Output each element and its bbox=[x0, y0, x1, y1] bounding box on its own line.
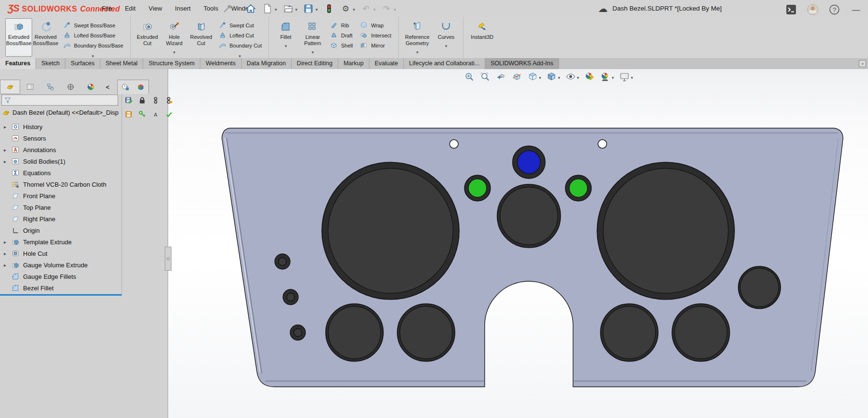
minimize-button[interactable]: — bbox=[849, 2, 863, 17]
ribbon-pin-icon[interactable]: ▪ bbox=[859, 60, 866, 67]
sync-ok-icon[interactable] bbox=[164, 109, 174, 119]
shell-button[interactable]: Shell bbox=[326, 40, 356, 50]
pin-toolbar-icon[interactable] bbox=[222, 3, 233, 14]
gauge-face[interactable] bbox=[328, 168, 453, 293]
options-button[interactable]: ⚙ bbox=[339, 2, 356, 15]
mirror-button[interactable]: Mirror bbox=[356, 40, 388, 50]
gauge-face[interactable] bbox=[603, 168, 728, 293]
view-settings-button[interactable] bbox=[617, 70, 635, 83]
revolved-boss-base-button[interactable]: Revolved Boss/Base bbox=[32, 18, 59, 57]
extruded-boss-base-button[interactable]: Extruded Boss/Base bbox=[5, 18, 32, 57]
display-style-button[interactable] bbox=[545, 70, 562, 83]
menu-file[interactable]: File bbox=[102, 5, 112, 12]
tree-item-top-plane[interactable]: Top Plane bbox=[0, 202, 122, 213]
revision-a-icon[interactable]: A bbox=[151, 109, 160, 119]
fillet-button[interactable]: Fillet bbox=[272, 18, 299, 57]
view-orientation-button[interactable] bbox=[526, 70, 543, 83]
modified-status-icon[interactable] bbox=[124, 109, 134, 119]
tree-item-equations[interactable]: ΣEquations bbox=[0, 167, 122, 179]
panel-splitter-handle[interactable] bbox=[165, 247, 171, 271]
section-view-button[interactable] bbox=[510, 70, 524, 83]
gauge-face[interactable] bbox=[603, 306, 655, 358]
tree-item-origin[interactable]: Origin bbox=[0, 225, 122, 236]
lock-status-icon[interactable] bbox=[137, 96, 147, 105]
expand-arrow-icon[interactable]: ▸ bbox=[4, 239, 11, 245]
gauge-face[interactable] bbox=[740, 268, 779, 307]
wrap-button[interactable]: Wrap bbox=[356, 20, 387, 30]
tab-data-migration[interactable]: Data Migration bbox=[242, 58, 292, 69]
help-button[interactable]: ? bbox=[827, 2, 842, 17]
tree-item-template-extrude[interactable]: ▸Template Extrude bbox=[0, 236, 122, 248]
tree-item-sensors[interactable]: Sensors bbox=[0, 132, 122, 144]
switch-hole-inner[interactable] bbox=[287, 293, 295, 301]
menu-view[interactable]: View bbox=[148, 5, 162, 12]
rib-button[interactable]: Rib bbox=[326, 20, 353, 30]
home-button[interactable] bbox=[244, 2, 257, 15]
expand-arrow-icon[interactable]: ▸ bbox=[4, 159, 11, 164]
tab-sketch[interactable]: Sketch bbox=[36, 58, 65, 69]
link-status-icon[interactable] bbox=[151, 96, 160, 105]
feature-tree-root[interactable]: Dash Bezel (Default) <<Default>_Disp bbox=[2, 108, 119, 117]
tab-features[interactable]: Features bbox=[0, 58, 36, 69]
intersect-button[interactable]: Intersect bbox=[356, 30, 394, 40]
previous-view-button[interactable] bbox=[494, 70, 508, 83]
design-history-tab[interactable] bbox=[122, 83, 130, 91]
linear-pattern-button[interactable]: Linear Pattern bbox=[299, 18, 326, 57]
gauge-face[interactable] bbox=[400, 306, 452, 358]
tree-item-solid-bodies-1[interactable]: ▸Solid Bodies(1) bbox=[0, 155, 122, 167]
dimxpertmanager-tab[interactable] bbox=[61, 80, 81, 94]
graphics-viewport[interactable] bbox=[168, 69, 868, 418]
expand-arrow-icon[interactable]: ▸ bbox=[4, 263, 11, 268]
indicator-lens[interactable] bbox=[468, 179, 487, 197]
menu-insert[interactable]: Insert bbox=[175, 5, 191, 12]
lifecycle-status-button[interactable] bbox=[322, 2, 336, 15]
save-button[interactable] bbox=[302, 2, 319, 15]
tab-sheet-metal[interactable]: Sheet Metal bbox=[100, 58, 144, 69]
curves-button[interactable]: Curves bbox=[433, 18, 460, 57]
expand-arrow-icon[interactable]: ▸ bbox=[4, 124, 11, 130]
indicator-lens[interactable] bbox=[569, 179, 587, 197]
user-avatar[interactable] bbox=[806, 2, 820, 17]
expand-arrow-icon[interactable]: ▸ bbox=[4, 147, 11, 153]
cam-tree-tab[interactable] bbox=[137, 83, 145, 91]
tree-item-annotations[interactable]: ▸AAnnotations bbox=[0, 144, 122, 155]
feature-tree-filter-input[interactable] bbox=[13, 96, 118, 105]
tree-item-right-plane[interactable]: Right Plane bbox=[0, 213, 122, 225]
edit-appearance-button[interactable] bbox=[583, 70, 597, 83]
panel-collapse-button[interactable]: < bbox=[101, 80, 114, 94]
switch-hole-inner[interactable] bbox=[279, 258, 287, 266]
tree-item-hole-cut[interactable]: ▸Hole Cut bbox=[0, 248, 122, 259]
tab-structure-system[interactable]: Structure System bbox=[143, 58, 200, 69]
menu-edit[interactable]: Edit bbox=[125, 5, 135, 12]
tree-item-history[interactable]: ▸History bbox=[0, 121, 122, 132]
tree-item-thornel-vcb-20-carbon-cloth[interactable]: Thornel VCB-20 Carbon Cloth bbox=[0, 179, 122, 190]
menu-tools[interactable]: Tools bbox=[204, 5, 218, 12]
switch-hole-inner[interactable] bbox=[294, 329, 302, 337]
tab-direct-editing[interactable]: Direct Editing bbox=[292, 58, 338, 69]
rollback-bar[interactable] bbox=[0, 294, 122, 296]
hole-wizard-button[interactable]: Hole Wizard bbox=[161, 18, 188, 57]
new-document-button[interactable] bbox=[261, 2, 278, 15]
propertymanager-tab[interactable] bbox=[20, 80, 40, 94]
link-pending-icon[interactable] bbox=[164, 96, 174, 105]
model-canvas[interactable] bbox=[168, 69, 868, 418]
extruded-cut-button[interactable]: Extruded Cut bbox=[134, 18, 161, 57]
tab-weldments[interactable]: Weldments bbox=[200, 58, 241, 69]
swept-boss-base-button[interactable]: Swept Boss/Base bbox=[59, 20, 119, 30]
gauge-face[interactable] bbox=[674, 306, 727, 358]
tab-markup[interactable]: Markup bbox=[338, 58, 369, 69]
open-button[interactable] bbox=[281, 2, 299, 15]
undo-button[interactable]: ↶ bbox=[359, 2, 377, 15]
lofted-cut-button[interactable]: Lofted Cut bbox=[215, 30, 257, 40]
gauge-face[interactable] bbox=[500, 187, 558, 245]
draft-button[interactable]: Draft bbox=[326, 30, 356, 40]
indicator-lens[interactable] bbox=[517, 151, 540, 174]
tree-item-gauge-edge-fillets[interactable]: Gauge Edge Fillets bbox=[0, 271, 122, 282]
zoom-to-fit-button[interactable] bbox=[462, 70, 476, 83]
tab-lifecycle-and-collaborati[interactable]: Lifecycle and Collaborati... bbox=[404, 58, 486, 69]
hide-show-items-button[interactable] bbox=[563, 70, 581, 83]
checked-out-key-icon[interactable] bbox=[137, 109, 147, 119]
tab-solidworks-add-ins[interactable]: SOLIDWORKS Add-Ins bbox=[485, 58, 559, 69]
boundary-cut-button[interactable]: Boundary Cut bbox=[215, 40, 265, 50]
mounting-hole[interactable] bbox=[598, 140, 607, 148]
